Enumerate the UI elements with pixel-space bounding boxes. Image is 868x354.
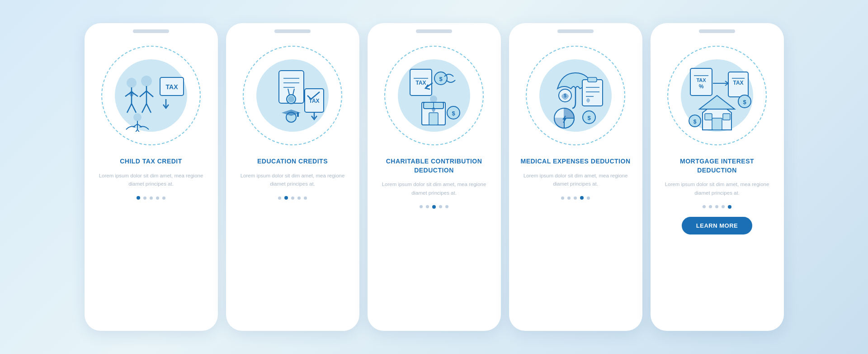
svg-marker-30 — [283, 110, 299, 115]
phone-notch — [699, 29, 735, 33]
card-mortgage-interest: TAX % TAX $ — [651, 23, 784, 331]
card-education-credits: TAX EDUCATION CREDITS Lorem ipsum dolor … — [226, 23, 359, 331]
card-title: MORTGAGE INTEREST DEDUCTION — [651, 157, 784, 175]
dot-2 — [567, 196, 571, 200]
card-medical-expenses: $ $ — [509, 23, 642, 331]
svg-rect-31 — [297, 113, 298, 116]
svg-rect-73 — [723, 114, 730, 120]
svg-line-5 — [132, 104, 136, 113]
child-tax-icon: TAX — [113, 59, 189, 132]
dot-3 — [150, 196, 153, 200]
dot-4 — [156, 196, 159, 200]
card-body: Lorem ipsum dolor sit dim amet, mea regi… — [368, 180, 501, 197]
svg-text:$: $ — [693, 119, 696, 125]
svg-text:$: $ — [439, 76, 443, 82]
mortgage-icon: TAX % TAX $ — [678, 58, 757, 133]
dot-4 — [297, 196, 301, 200]
dot-4 — [722, 205, 725, 208]
svg-line-19 — [134, 129, 137, 132]
svg-point-26 — [288, 96, 294, 102]
card-title: MEDICAL EXPENSES DEDUCTION — [512, 157, 640, 166]
dot-3 — [574, 196, 577, 200]
dot-2 — [426, 205, 429, 208]
card-body: Lorem ipsum dolor sit dim amet, mea regi… — [509, 172, 642, 188]
dots-row — [278, 196, 307, 200]
dot-5 — [304, 196, 307, 200]
dots-row — [420, 205, 448, 209]
illustration-charitable: TAX $ — [380, 41, 488, 150]
svg-text:%: % — [698, 83, 703, 90]
learn-more-button[interactable]: LEARN MORE — [682, 217, 752, 234]
dot-2 — [709, 205, 712, 208]
svg-text:$: $ — [743, 99, 746, 105]
illustration-mortgage: TAX % TAX $ — [663, 41, 771, 150]
illustration-education: TAX — [238, 41, 347, 150]
dot-5 — [587, 196, 590, 200]
phone-notch — [274, 29, 311, 33]
svg-rect-51 — [582, 80, 603, 106]
phone-notch — [416, 29, 452, 33]
card-body: Lorem ipsum dolor sit dim amet, mea regi… — [85, 172, 218, 188]
card-body: Lorem ipsum dolor sit dim amet, mea regi… — [226, 172, 359, 188]
cards-container: TAX CHILD TAX CREDIT Lorem i — [75, 14, 793, 340]
svg-line-8 — [140, 91, 146, 97]
illustration-child-tax: TAX — [97, 41, 205, 150]
svg-point-6 — [142, 76, 151, 86]
dots-row — [137, 196, 165, 200]
dot-1 — [278, 196, 281, 200]
dot-1 — [137, 196, 140, 200]
dot-2 — [143, 196, 146, 200]
education-icon: TAX — [254, 59, 331, 132]
dot-1 — [561, 196, 564, 200]
svg-rect-72 — [705, 114, 712, 120]
svg-point-46 — [430, 96, 437, 102]
charitable-icon: TAX $ — [396, 59, 472, 132]
medical-icon: $ $ — [537, 59, 614, 132]
phone-notch — [557, 29, 594, 33]
svg-text:TAX: TAX — [415, 80, 426, 86]
dot-1 — [703, 205, 706, 208]
svg-line-10 — [142, 104, 146, 113]
dot-3 — [291, 196, 294, 200]
svg-line-4 — [127, 104, 132, 113]
dot-4 — [439, 205, 442, 208]
svg-line-20 — [137, 129, 141, 132]
dot-5 — [445, 205, 448, 208]
svg-rect-52 — [588, 77, 597, 82]
dot-3 — [432, 205, 436, 209]
phone-notch — [133, 29, 169, 33]
dots-row — [703, 205, 731, 209]
svg-text:TAX: TAX — [696, 77, 706, 83]
svg-line-11 — [146, 104, 151, 113]
svg-rect-71 — [712, 118, 722, 130]
svg-point-15 — [134, 114, 141, 121]
card-title: CHILD TAX CREDIT — [111, 157, 191, 166]
dots-row — [561, 196, 590, 200]
card-title: EDUCATION CREDITS — [248, 157, 337, 166]
svg-marker-70 — [699, 96, 735, 109]
card-child-tax-credit: TAX CHILD TAX CREDIT Lorem i — [85, 23, 218, 331]
svg-rect-42 — [429, 113, 438, 125]
card-charitable-contribution: TAX $ — [368, 23, 501, 331]
svg-text:$: $ — [587, 115, 591, 121]
dot-4 — [580, 196, 584, 200]
svg-line-9 — [146, 91, 153, 97]
dot-5 — [728, 205, 731, 209]
dot-3 — [715, 205, 718, 208]
dot-2 — [284, 196, 288, 200]
svg-text:TAX: TAX — [733, 80, 743, 86]
dot-5 — [162, 196, 165, 200]
illustration-medical: $ $ — [521, 41, 630, 150]
svg-text:TAX: TAX — [166, 83, 179, 91]
card-title: CHARITABLE CONTRIBUTION DEDUCTION — [368, 157, 501, 175]
dot-1 — [420, 205, 423, 208]
svg-text:$: $ — [564, 93, 566, 98]
svg-point-0 — [127, 78, 136, 87]
svg-text:$: $ — [452, 110, 455, 117]
card-body: Lorem ipsum dolor sit dim amet, mea regi… — [651, 180, 784, 197]
